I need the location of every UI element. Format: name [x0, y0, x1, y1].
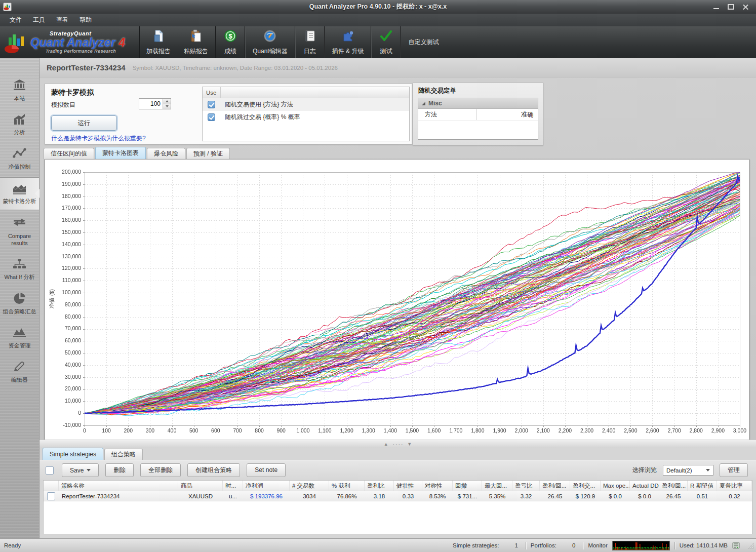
resize-grip[interactable] [747, 542, 754, 549]
column-header[interactable]: 商品 [178, 481, 223, 491]
spinner-down-button[interactable] [163, 104, 171, 109]
table-header-row: 策略名称商品时...净利润# 交易数% 获利盈利比健壮性对称性回撤最大回...盈… [44, 481, 752, 491]
compare-icon [13, 217, 26, 231]
window-title: Quant Analyzer Pro 4.90.10 - 授权给: x - x@… [0, 3, 756, 11]
save-button[interactable]: Save [62, 463, 99, 477]
property-value[interactable]: 准确 [477, 109, 538, 120]
memory-icon[interactable] [732, 542, 740, 549]
property-row[interactable]: 方法 准确 [418, 109, 538, 121]
simple-strategies-label: Simple strategies: [453, 542, 499, 548]
column-header[interactable]: 盈利交... [570, 481, 601, 491]
sidebar-item-analyze[interactable]: 分析 [0, 109, 39, 141]
sidebar-item-compare-results[interactable]: Compare results [0, 212, 39, 251]
column-header[interactable]: 盈利比 [365, 481, 394, 491]
sidebar-item-label: 蒙特卡洛分析 [3, 198, 36, 205]
cell: 76.86% [329, 491, 365, 501]
random-trades-panel: 随机交易定单 Misc 方法 准确 [413, 83, 543, 145]
editor-icon [13, 361, 26, 375]
use-option-row[interactable]: 随机跳过交易 {概率} % 概率 [203, 111, 409, 124]
dropdown-caret-icon [87, 469, 91, 471]
run-button[interactable]: 运行 [51, 115, 117, 131]
column-header[interactable]: 时... [223, 481, 243, 491]
delete-all-button[interactable]: 全部删除 [140, 463, 181, 477]
toolbar-test-button[interactable]: 测试 [372, 26, 400, 58]
delete-button[interactable]: 删除 [105, 463, 134, 477]
toolbar-quant-editor-button[interactable]: Quant编辑器 [246, 26, 294, 58]
tab-prediction-validation[interactable]: 预测 / 验证 [186, 148, 230, 159]
tab-blowup-risk[interactable]: 爆仓风险 [147, 148, 185, 159]
column-header[interactable]: 净利润 [243, 481, 290, 491]
menu-item-2[interactable]: 查看 [51, 14, 74, 26]
plugins-icon [341, 29, 355, 45]
column-header[interactable]: 盈利/回... [540, 481, 570, 491]
sidebar-item-editor[interactable]: 编辑器 [0, 356, 39, 388]
results-icon: $ [223, 29, 237, 45]
sidebar-item-portfolio-master[interactable]: 组合策略汇总 [0, 288, 39, 320]
toolbar-results-button[interactable]: $成绩 [217, 26, 244, 58]
column-header[interactable]: 最大回... [482, 481, 512, 491]
monte-carlo-help-link[interactable]: 什么是蒙特卡罗模拟为什么很重要? [51, 134, 146, 143]
sidebar-item-label: 编辑器 [11, 377, 28, 384]
toolbar-log-button[interactable]: 日志 [296, 26, 324, 58]
portfolio-icon [13, 292, 26, 306]
set-note-button[interactable]: Set note [247, 463, 286, 477]
toolbar-load-report-button[interactable]: 加载报告 [140, 26, 177, 58]
tab-confidence-values[interactable]: 信任区间的值 [44, 148, 94, 159]
spinner-up-button[interactable] [163, 99, 171, 104]
logo-text: StrategyQuant Quant Analyzer 4 Trading P… [30, 31, 125, 54]
column-header[interactable]: Actual DD [630, 481, 659, 491]
menu-item-1[interactable]: 工具 [27, 14, 51, 26]
toolbar-custom-test-button[interactable]: 自定义测试 [402, 26, 445, 58]
column-header[interactable]: % 获利 [329, 481, 365, 491]
menu-item-3[interactable]: 帮助 [74, 14, 97, 26]
create-portfolio-button[interactable]: 创建组合策略 [187, 463, 240, 477]
property-key: 方法 [418, 109, 477, 120]
sidebar-item-home[interactable]: 本站 [0, 74, 39, 107]
sidebar-item-what-if[interactable]: What If 分析 [0, 253, 39, 286]
use-option-label: 随机跳过交易 {概率} % 概率 [225, 113, 300, 122]
collapse-down-icon[interactable]: ▼ [407, 442, 412, 447]
sidebar-item-monte-carlo[interactable]: 蒙特卡洛分析 [0, 177, 39, 211]
sidebar-item-equity-control[interactable]: 净值控制 [0, 143, 39, 175]
column-header[interactable]: 夏普比率 [717, 481, 752, 491]
strategy-table-row[interactable]: ReportTester-7334234XAUUSDu...$ 193376.9… [44, 491, 752, 501]
cell: 26.45 [659, 491, 688, 501]
column-header[interactable]: 健壮性 [394, 481, 422, 491]
column-header[interactable]: 策略名称 [59, 481, 178, 491]
group-expand-icon [422, 102, 425, 105]
select-all-checkbox[interactable] [46, 466, 54, 475]
minimize-button[interactable] [712, 4, 720, 11]
toolbar-paste-report-button[interactable]: 粘贴报告 [177, 26, 215, 58]
cell: 0.33 [394, 491, 422, 501]
column-header[interactable]: Max ope... [601, 481, 630, 491]
maximize-icon [728, 4, 734, 10]
menu-item-0[interactable]: 文件 [4, 14, 27, 26]
column-header[interactable]: 盈亏比 [512, 481, 540, 491]
toolbar-plugins-upgrade-button[interactable]: 插件 & 升级 [326, 26, 371, 58]
monte-carlo-chart [45, 159, 749, 440]
collapse-up-icon[interactable]: ▲ [384, 442, 388, 447]
simulations-spinner [139, 98, 171, 109]
use-option-row[interactable]: 随机交易使用 {方法} 方法 [203, 98, 409, 111]
databank-select[interactable]: Default(2) [663, 465, 713, 476]
tab-simple-strategies[interactable]: Simple strategies [43, 448, 103, 460]
checkbox-checked-icon[interactable] [208, 113, 215, 121]
simulations-input[interactable] [139, 99, 163, 109]
column-header[interactable]: # 交易数 [290, 481, 329, 491]
tab-monte-carlo-chart[interactable]: 蒙特卡洛图表 [95, 147, 146, 159]
cell: 0.32 [717, 491, 752, 501]
close-button[interactable] [742, 4, 749, 11]
maximize-button[interactable] [727, 4, 734, 11]
misc-group-header[interactable]: Misc [418, 98, 538, 109]
manage-button[interactable]: 管理 [720, 463, 748, 477]
cell: $ 120.9 [570, 491, 601, 501]
column-header[interactable]: R 期望值 [688, 481, 717, 491]
row-checkbox[interactable] [47, 492, 55, 500]
checkbox-checked-icon[interactable] [208, 101, 215, 108]
column-header[interactable]: 回撤 [453, 481, 482, 491]
tab-portfolios[interactable]: 组合策略 [104, 449, 143, 460]
cell: $ 731... [453, 491, 482, 501]
sidebar-item-money-management[interactable]: 资金管理 [0, 322, 39, 354]
column-header[interactable]: 对称性 [422, 481, 453, 491]
column-header[interactable]: 盈利/回... [659, 481, 688, 491]
